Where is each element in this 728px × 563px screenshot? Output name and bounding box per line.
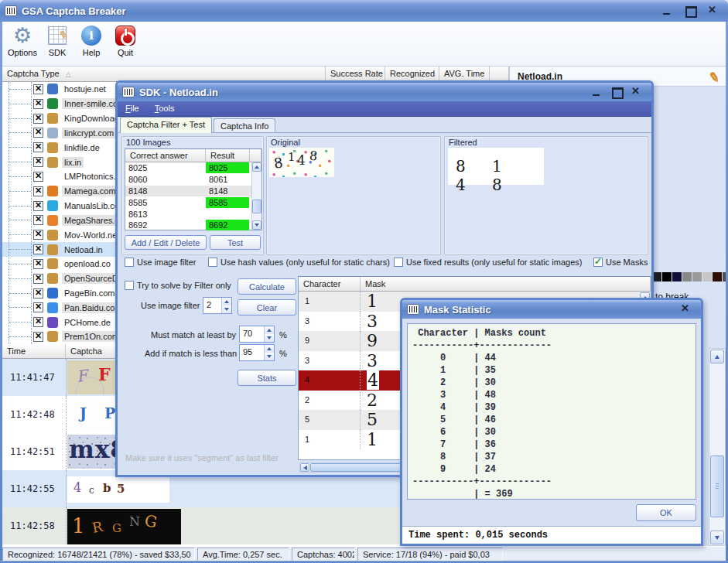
minimize-icon[interactable] [591,87,602,97]
test-button[interactable]: Test [210,235,261,250]
use-image-filter-checkbox[interactable]: Use image filter [125,258,196,267]
mask-glyph: 5 [367,410,378,429]
maximize-icon[interactable] [611,87,622,97]
spin-down-icon[interactable] [265,334,274,342]
stepper-value: 95 [240,345,264,360]
column-character[interactable]: Character [299,277,361,292]
image-filter-stepper[interactable]: 2 [203,297,232,314]
add-if-stepper[interactable]: 95 [239,344,275,361]
checked-x-icon[interactable] [33,317,43,327]
checked-x-icon[interactable] [33,259,43,269]
site-label: linkfile.de [62,142,102,153]
download-box-icon [47,331,58,342]
column-success-rate[interactable]: Success Rate [326,67,385,82]
checked-x-icon[interactable] [33,84,43,94]
stepper-value: 70 [240,326,264,342]
captcha-glyph: 1 [72,514,85,537]
color-palette [652,272,728,283]
minimize-icon[interactable] [661,6,672,15]
menu-item[interactable]: Tools [147,101,183,116]
checked-x-icon[interactable] [33,201,43,211]
close-icon[interactable] [631,87,642,97]
options-button[interactable]: ⚙ Options [5,23,40,63]
use-fixed-results-checkbox[interactable]: Use fixed results (only useful for stati… [394,258,582,267]
scroll-left-icon[interactable] [300,463,309,472]
menu-item[interactable]: File [118,101,147,116]
column-correct-answer[interactable]: Correct answer [125,149,206,162]
help-button[interactable]: Help [75,23,108,63]
filtered-group-label: Filtered [449,138,477,147]
column-recognized[interactable]: Recognized [385,67,439,82]
maximize-icon[interactable] [685,6,696,15]
scroll-down-icon[interactable] [252,220,261,230]
checked-x-icon[interactable] [33,172,43,182]
tab[interactable]: Captcha Info [214,118,275,132]
column-filler [490,67,509,82]
spin-down-icon[interactable] [222,305,231,313]
checked-x-icon[interactable] [33,274,43,284]
checked-x-icon[interactable] [33,99,43,109]
close-icon[interactable] [681,305,692,314]
add-edit-delete-button[interactable]: Add / Edit / Delete [125,235,207,250]
sdk-titlebar[interactable]: SDK - Netload.in [118,83,651,101]
captcha-glyph: c [89,485,94,496]
mask-glyph: 4 [367,370,379,390]
edit-pencil-icon[interactable] [707,69,721,87]
checked-x-icon[interactable] [33,332,43,342]
use-masks-checkbox[interactable]: Use Masks [593,258,648,267]
checked-x-icon[interactable] [33,244,43,254]
checked-x-icon[interactable] [33,215,43,225]
monitor-icon [47,128,58,138]
spin-up-icon[interactable] [222,298,231,305]
result-rows: 8025 8025 8060 8061 8148 8148 8585 8585 [125,162,261,231]
ok-button[interactable]: OK [636,504,696,521]
scroll-up-icon[interactable] [710,350,724,363]
stats-button[interactable]: Stats [238,370,296,386]
sdk-menubar: FileTools [118,101,651,117]
calculate-button[interactable]: Calculate [238,278,296,295]
result-row[interactable]: 8692 8692 [125,220,261,231]
sdk-button[interactable]: SDK [41,23,73,63]
close-icon[interactable] [708,6,719,15]
checked-x-icon[interactable] [33,302,43,312]
result-row[interactable]: 8613 [125,208,261,220]
checked-x-icon[interactable] [33,186,43,196]
checked-x-icon[interactable] [33,114,43,124]
checked-x-icon[interactable] [33,230,43,240]
panel-scrollbar[interactable] [709,348,726,546]
spin-up-icon[interactable] [265,326,274,334]
maskstat-titlebar[interactable]: Mask Statistic [402,300,701,319]
quit-button[interactable]: Quit [109,23,142,63]
use-hash-values-checkbox[interactable]: Use hash values (only useful for static … [208,258,390,267]
column-result[interactable]: Result [206,149,250,162]
scroll-up-icon[interactable] [252,162,261,172]
spin-down-icon[interactable] [265,353,274,360]
results-scrollbar[interactable] [251,162,261,230]
checked-x-icon[interactable] [33,157,43,167]
scroll-thumb[interactable] [310,463,407,472]
checked-x-icon[interactable] [33,142,43,152]
result-row[interactable]: 8060 8061 [125,174,261,186]
solve-by-filter-checkbox[interactable]: Try to solve by Filter only [125,281,231,290]
checked-x-icon[interactable] [33,128,43,138]
column-captcha-type[interactable]: Captcha Type [2,67,326,82]
scroll-down-icon[interactable] [710,531,724,544]
main-titlebar[interactable]: GSA Captcha Breaker [0,0,728,22]
ms-icon [47,215,58,226]
download-box-icon [47,142,58,153]
result-row[interactable]: 8148 8148 [125,186,261,197]
captcha-glyph: 1 [288,150,296,164]
column-time[interactable]: Time [2,344,66,359]
character-value: 1 [299,292,361,312]
checked-x-icon[interactable] [33,288,43,299]
spin-up-icon[interactable] [265,345,274,353]
must-match-stepper[interactable]: 70 [239,326,275,343]
clear-button[interactable]: Clear [238,299,296,316]
scroll-thumb[interactable] [252,200,261,213]
column-avg-time[interactable]: AVG. Time [439,67,490,82]
result-row[interactable]: 8585 8585 [125,196,261,208]
tab[interactable]: Captcha Filter + Test [120,117,212,133]
scroll-thumb[interactable] [710,456,724,517]
result-row[interactable]: 8025 8025 [125,162,261,174]
column-mask[interactable]: Mask [361,277,651,292]
